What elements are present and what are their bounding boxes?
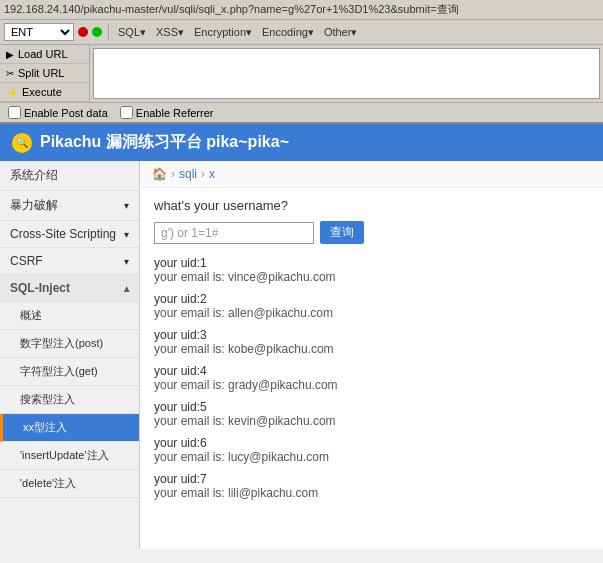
result-uid: your uid:7 — [154, 472, 589, 486]
enable-referrer-label[interactable]: Enable Referrer — [120, 106, 214, 119]
arrow-icon: ▶ — [6, 49, 14, 60]
side-btn-area: ▶ Load URL ✂ Split URL ⚡ Execute — [0, 45, 90, 102]
result-email: your email is: grady@pikachu.com — [154, 378, 589, 392]
result-uid: your uid:6 — [154, 436, 589, 450]
breadcrumb-sep2: › — [201, 167, 205, 181]
breadcrumb-current: x — [209, 167, 215, 181]
enable-post-label[interactable]: Enable Post data — [8, 106, 108, 119]
sidebar-item-xss[interactable]: Cross-Site Scripting ▾ — [0, 221, 139, 248]
results-container: your uid:1 your email is: vince@pikachu.… — [154, 256, 589, 500]
encoding-menu-button[interactable]: Encoding▾ — [259, 25, 317, 40]
execute-button[interactable]: ⚡ Execute — [0, 83, 89, 102]
sidebar-item-csrf[interactable]: CSRF ▾ — [0, 248, 139, 275]
sidebar-item-sqlinject[interactable]: SQL-Inject ▴ — [0, 275, 139, 302]
sidebar-item-brute[interactable]: 暴力破解 ▾ — [0, 191, 139, 221]
breadcrumb: 🏠 › sqli › x — [140, 161, 603, 188]
chevron-up-icon: ▴ — [124, 283, 129, 294]
result-entry: your uid:3 your email is: kobe@pikachu.c… — [154, 328, 589, 356]
result-email: your email is: kobe@pikachu.com — [154, 342, 589, 356]
load-url-button[interactable]: ▶ Load URL — [0, 45, 89, 64]
enable-referrer-checkbox[interactable] — [120, 106, 133, 119]
dot-red-icon — [78, 27, 88, 37]
result-entry: your uid:5 your email is: kevin@pikachu.… — [154, 400, 589, 428]
result-email: your email is: lili@pikachu.com — [154, 486, 589, 500]
pika-header: 🔍 Pikachu 漏洞练习平台 pika~pika~ — [0, 124, 603, 161]
result-uid: your uid:1 — [154, 256, 589, 270]
main-area: 系统介绍 暴力破解 ▾ Cross-Site Scripting ▾ CSRF … — [0, 161, 603, 549]
sidebar-item-search[interactable]: 搜索型注入 — [0, 386, 139, 414]
result-uid: your uid:3 — [154, 328, 589, 342]
content-body: what's your username? 查询 your uid:1 your… — [140, 188, 603, 518]
result-uid: your uid:2 — [154, 292, 589, 306]
chevron-down-icon: ▾ — [124, 229, 129, 240]
encryption-menu-button[interactable]: Encryption▾ — [191, 25, 255, 40]
enable-post-checkbox[interactable] — [8, 106, 21, 119]
result-email: your email is: allen@pikachu.com — [154, 306, 589, 320]
content-area: 🏠 › sqli › x what's your username? 查询 yo… — [140, 161, 603, 549]
checkboxes-row: Enable Post data Enable Referrer — [0, 103, 603, 124]
sql-menu-button[interactable]: SQL▾ — [115, 25, 149, 40]
question-label: what's your username? — [154, 198, 589, 213]
result-email: your email is: lucy@pikachu.com — [154, 450, 589, 464]
result-entry: your uid:2 your email is: allen@pikachu.… — [154, 292, 589, 320]
execute-icon: ⚡ — [6, 87, 18, 98]
result-entry: your uid:6 your email is: lucy@pikachu.c… — [154, 436, 589, 464]
other-menu-button[interactable]: Other▾ — [321, 25, 361, 40]
search-row: 查询 — [154, 221, 589, 244]
result-entry: your uid:7 your email is: lili@pikachu.c… — [154, 472, 589, 500]
username-input[interactable] — [154, 222, 314, 244]
sidebar-item-string-get[interactable]: 字符型注入(get) — [0, 358, 139, 386]
result-email: your email is: vince@pikachu.com — [154, 270, 589, 284]
result-entry: your uid:1 your email is: vince@pikachu.… — [154, 256, 589, 284]
pika-icon: 🔍 — [12, 133, 32, 153]
breadcrumb-sqli[interactable]: sqli — [179, 167, 197, 181]
xss-menu-button[interactable]: XSS▾ — [153, 25, 187, 40]
sidebar-item-sys-intro[interactable]: 系统介绍 — [0, 161, 139, 191]
home-icon[interactable]: 🏠 — [152, 167, 167, 181]
chevron-down-icon: ▾ — [124, 200, 129, 211]
sidebar-item-summary[interactable]: 概述 — [0, 302, 139, 330]
method-select[interactable]: ENT GET POST — [4, 23, 74, 41]
request-textarea[interactable] — [93, 48, 600, 99]
toolbar: ENT GET POST SQL▾ XSS▾ Encryption▾ Encod… — [0, 20, 603, 45]
sidebar-item-xx-inject[interactable]: xx型注入 — [0, 414, 139, 442]
search-button[interactable]: 查询 — [320, 221, 364, 244]
sidebar: 系统介绍 暴力破解 ▾ Cross-Site Scripting ▾ CSRF … — [0, 161, 140, 549]
sidebar-item-numeric-post[interactable]: 数字型注入(post) — [0, 330, 139, 358]
result-uid: your uid:5 — [154, 400, 589, 414]
chevron-down-icon: ▾ — [124, 256, 129, 267]
side-toolbar: ▶ Load URL ✂ Split URL ⚡ Execute — [0, 45, 603, 103]
sidebar-item-insert[interactable]: 'insertUpdate'注入 — [0, 442, 139, 470]
url-bar: 192.168.24.140/pikachu-master/vul/sqli/s… — [0, 0, 603, 20]
breadcrumb-sep1: › — [171, 167, 175, 181]
result-uid: your uid:4 — [154, 364, 589, 378]
result-entry: your uid:4 your email is: grady@pikachu.… — [154, 364, 589, 392]
dot-green-icon — [92, 27, 102, 37]
result-email: your email is: kevin@pikachu.com — [154, 414, 589, 428]
split-icon: ✂ — [6, 68, 14, 79]
sep1 — [108, 24, 109, 40]
sidebar-item-delete[interactable]: 'delete'注入 — [0, 470, 139, 498]
split-url-button[interactable]: ✂ Split URL — [0, 64, 89, 83]
